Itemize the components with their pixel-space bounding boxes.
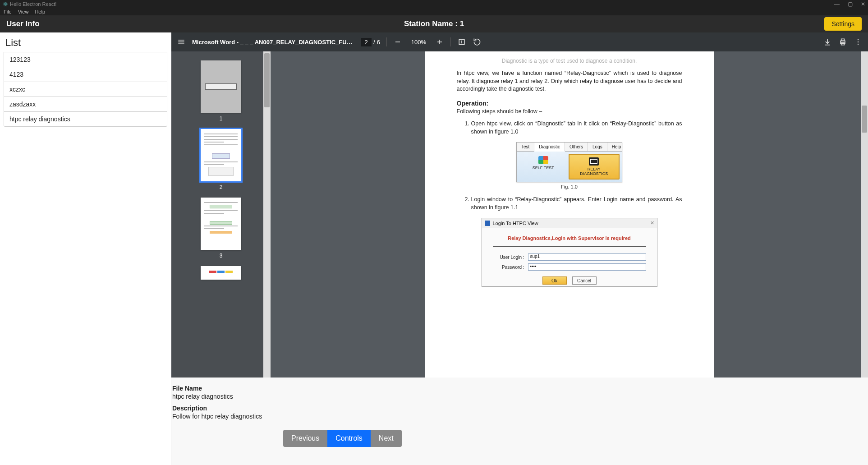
relay-diag-icon (589, 157, 599, 166)
svg-point-17 (858, 41, 859, 43)
menu-view[interactable]: View (18, 9, 29, 14)
filename-label: File Name (172, 385, 868, 392)
login-user-input: sup1 (528, 253, 646, 261)
hamburger-icon[interactable] (177, 37, 186, 46)
menu-file[interactable]: File (4, 9, 12, 14)
file-meta: File Name htpc relay diagnostics Descrip… (171, 378, 868, 430)
settings-button[interactable]: Settings (824, 17, 862, 31)
thumbnail-panel: 1 2 3 (171, 51, 271, 378)
next-button[interactable]: Next (371, 430, 402, 447)
description-value: Follow for htpc relay diagnostics (172, 413, 868, 420)
list-item[interactable]: 4123 (4, 67, 167, 82)
window-close-icon[interactable]: ✕ (861, 1, 865, 7)
pdf-toolbar: Microsoft Word - _ _ _ AN007_RELAY_DIAGN… (171, 32, 868, 51)
svg-point-18 (858, 44, 859, 45)
list-item[interactable]: xczxc (4, 82, 167, 97)
zoom-in-icon[interactable] (435, 37, 444, 46)
thumbnail-label: 3 (171, 253, 271, 259)
thumbnail-scrollbar[interactable] (263, 51, 271, 378)
filename-value: htpc relay diagnostics (172, 393, 868, 400)
fig-tab-diagnostic: Diagnostic (534, 143, 565, 152)
svg-point-0 (5, 4, 6, 5)
bottom-nav: Previous Controls Next (283, 430, 868, 447)
controls-button[interactable]: Controls (327, 430, 371, 447)
login-notice: Relay Diagnostics,Login with Supervisor … (482, 228, 657, 244)
toolbar-separator (450, 37, 451, 46)
list-item[interactable]: zasdzaxx (4, 97, 167, 112)
pdf-page-view[interactable]: Diagnostic is a type of test used to dia… (271, 51, 868, 378)
login-ok-button: Ok (542, 276, 567, 285)
window-minimize-icon[interactable]: — (834, 1, 840, 7)
fig-tab-test: Test (517, 143, 534, 151)
fit-page-icon[interactable] (457, 37, 466, 46)
print-icon[interactable] (838, 37, 847, 46)
fig-relay-diag-button: RELAY DIAGNOSTICS (569, 154, 620, 180)
doc-paragraph: In htpc view, we have a function named “… (457, 69, 682, 93)
thumbnail-page-3[interactable] (201, 198, 241, 250)
page-indicator: 2 / 6 (361, 38, 380, 46)
operation-sub: Following steps should be follow – (457, 108, 682, 116)
app-title: Hello Electron React! (10, 1, 56, 7)
fig-self-test-button: SELF TEST (519, 153, 568, 180)
app-header: User Info Station Name : 1 Settings (0, 15, 868, 32)
sidebar: List 123123 4123 xczxc zasdzaxx htpc rel… (0, 32, 171, 465)
svg-rect-14 (841, 39, 845, 41)
list-item[interactable]: 123123 (4, 52, 167, 67)
previous-button[interactable]: Previous (283, 430, 327, 447)
self-test-icon (538, 156, 548, 164)
figure-label: Fig. 1.0 (457, 184, 682, 189)
svg-point-16 (858, 39, 859, 41)
window-maximize-icon[interactable]: ▢ (848, 1, 853, 7)
menu-help[interactable]: Help (35, 9, 45, 14)
menubar: File View Help (0, 8, 868, 15)
pdf-scrollbar[interactable] (861, 51, 868, 378)
window-titlebar: Hello Electron React! — ▢ ✕ (0, 0, 868, 8)
rotate-icon[interactable] (473, 37, 482, 46)
fig-tab-help: Help (607, 143, 626, 151)
operation-heading: Operation: (457, 100, 682, 107)
fig-tab-others: Others (565, 143, 588, 151)
app-small-icon (485, 221, 490, 226)
doc-step-2: Login window to “Relay-Diagnostic” appea… (471, 196, 682, 212)
more-icon[interactable] (854, 37, 863, 46)
doc-step-1: Open htpc view, click on “Diagnostic” ta… (471, 120, 682, 136)
thumbnail-label: 1 (171, 115, 271, 122)
app-icon (3, 1, 8, 7)
description-label: Description (172, 405, 868, 412)
login-pass-input: •••• (528, 263, 646, 271)
zoom-level[interactable]: 100% (409, 38, 429, 46)
thumbnail-page-4[interactable] (201, 266, 241, 280)
page-current-input[interactable]: 2 (361, 38, 372, 46)
fig-tab-logs: Logs (588, 143, 607, 151)
pdf-document-title: Microsoft Word - _ _ _ AN007_RELAY_DIAGN… (192, 39, 354, 46)
list-title: List (5, 37, 167, 49)
user-info-title: User Info (6, 19, 40, 28)
thumbnail-page-1[interactable] (201, 60, 241, 113)
thumbnail-label: 2 (171, 184, 271, 190)
login-cancel-button: Cancel (572, 276, 597, 285)
zoom-out-icon[interactable] (393, 37, 402, 46)
download-icon[interactable] (823, 37, 832, 46)
doc-cutoff-line: Diagnostic is a type of test used to dia… (457, 58, 682, 64)
login-user-label: User Login : (493, 255, 524, 260)
login-pass-label: Password : (493, 265, 524, 270)
station-name: Station Name : 1 (404, 19, 464, 28)
page-total: 6 (377, 39, 380, 46)
thumbnail-page-2[interactable] (201, 129, 241, 181)
login-dialog-title: Login To HTPC View (493, 221, 538, 226)
figure-toolbar: Test Diagnostic Others Logs Help SELF TE… (516, 142, 622, 182)
figure-login-dialog: Login To HTPC View ✕ Relay Diagnostics,L… (482, 218, 657, 287)
page-sep: / (373, 39, 375, 46)
close-icon: ✕ (650, 220, 654, 226)
toolbar-separator (386, 37, 387, 46)
list-item[interactable]: htpc relay diagnostics (4, 111, 167, 127)
